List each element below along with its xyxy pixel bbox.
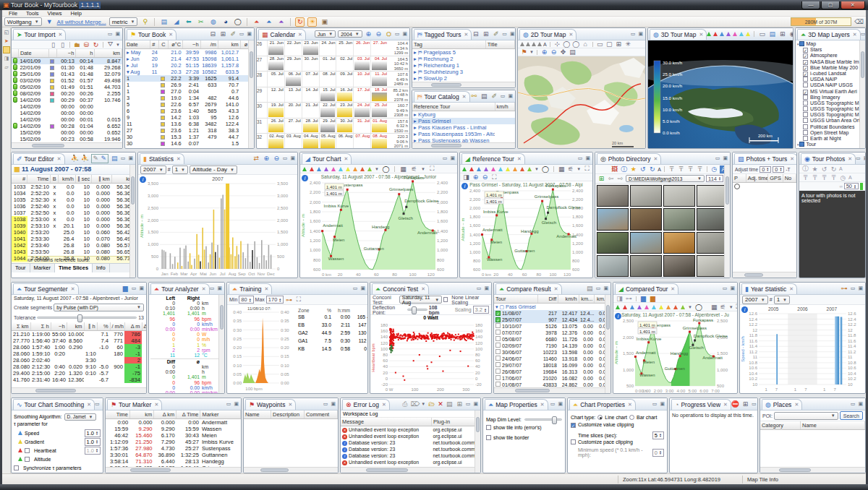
calendar-day[interactable]: 08. Aug <box>370 134 388 148</box>
sun-icon[interactable]: ☀ <box>307 17 317 27</box>
close-icon[interactable]: ✕ <box>298 32 302 38</box>
calendar-day[interactable]: 16. Jul <box>336 87 353 103</box>
mouse-icon[interactable]: ⛛ <box>106 40 114 48</box>
ext-icon[interactable]: 🖽 <box>610 166 618 173</box>
minus-icon[interactable]: ⊖ <box>550 48 558 56</box>
column-header[interactable]: Δ <box>142 322 146 330</box>
graph-type-icon[interactable] <box>513 167 517 171</box>
close-icon[interactable]: ✕ <box>671 286 675 292</box>
table-row[interactable]: 21.2101:19:0055:0010.0007.1770786 <box>12 330 146 338</box>
layer-item[interactable]: Bing Imagery <box>797 95 865 100</box>
minimize-icon[interactable]: ▭ <box>239 31 245 37</box>
table-row[interactable]: ▸ Jun2021.447:53150981,061.1 <box>125 56 254 62</box>
sync-icon[interactable]: ⊶ <box>841 285 848 293</box>
window-icon[interactable]: ▤ <box>480 93 488 100</box>
analyzer-icon[interactable]: ⏶ <box>252 17 261 27</box>
calendar-day[interactable]: 28. Jun <box>267 56 284 72</box>
calendar-day[interactable]: 21. Jun <box>267 40 284 56</box>
flat-icon[interactable]: ▭ <box>758 30 766 38</box>
graph-type-icon[interactable] <box>739 32 744 36</box>
graph-type-icon[interactable] <box>532 42 536 46</box>
tab-errorlog[interactable]: ⊗Error Log✕ <box>342 399 390 411</box>
graph-type-icon[interactable] <box>367 167 372 171</box>
column-header[interactable]: km/h <box>495 103 514 111</box>
column-header[interactable]: /m <box>200 40 218 48</box>
close-icon[interactable]: ✕ <box>344 156 349 162</box>
table-row[interactable]: 1:57:3627.9804.73025:27Sustenpass <box>106 445 241 452</box>
stat-mode-combo[interactable]: Altitude - Day▼ <box>190 166 237 174</box>
close-icon[interactable]: ✕ <box>87 402 91 408</box>
table-row[interactable]: 1113.66:383482122.4 <box>125 121 254 127</box>
table-row[interactable]: 29/07/071801816.0990.000.00 <box>494 362 610 369</box>
layer-item[interactable]: ✓i-cubed Landsat <box>797 71 865 77</box>
calendar-day[interactable]: 19. Jul <box>267 103 284 118</box>
trash-icon[interactable]: ⌫ <box>854 17 864 27</box>
photo-thumbnail[interactable] <box>663 185 695 207</box>
menu-help[interactable]: Help <box>67 10 85 17</box>
graph-type-icon[interactable] <box>673 305 678 309</box>
column-header[interactable]: # <box>12 175 27 183</box>
horizontal-scrollbar[interactable] <box>733 272 796 278</box>
calendar-day[interactable]: 31. Jul <box>353 119 370 134</box>
table-row[interactable]: ✕Unhandled event loop exceptionorg.eclip… <box>341 433 480 439</box>
table-row[interactable]: ▸ Pass Klausen Pass - Linthal <box>412 124 515 131</box>
f4-icon[interactable]: ₸ <box>696 166 704 173</box>
tab-ref[interactable]: ◢Reference Tour✕ <box>461 153 525 165</box>
graph-type-icon[interactable] <box>353 167 357 171</box>
table-row[interactable]: 10412:53:3026.4100.07056.490 <box>12 236 135 242</box>
minimize-icon[interactable]: ▭ <box>395 31 401 37</box>
maximize-icon[interactable]: ▣ <box>115 31 121 37</box>
column-header[interactable]: ~h <box>183 40 200 48</box>
column-header[interactable]: Σ km <box>12 322 30 330</box>
month-combo[interactable]: Jun▼ <box>315 30 336 38</box>
column-header[interactable]: h <box>76 49 95 57</box>
column-header[interactable]: km... <box>579 295 595 303</box>
column-header[interactable] <box>48 49 56 57</box>
layer-item[interactable]: USDA NAIP USGS <box>797 82 865 88</box>
split-tour-icon[interactable]: ✂ <box>196 17 205 27</box>
minimize-icon[interactable]: ▭ <box>226 401 232 407</box>
line-chart-radio[interactable] <box>597 415 603 420</box>
sync-checkbox[interactable] <box>14 465 19 470</box>
table-row[interactable]: 126.92:4163370.7 <box>125 82 254 88</box>
grid-icon[interactable]: ⊞ <box>597 175 605 183</box>
props-icon[interactable]: ▤ <box>446 400 454 408</box>
table-row[interactable]: ▾ ▢ Pass Grimsel <box>494 303 610 310</box>
table-row[interactable]: 02/09/07719014.1390.000.00 <box>494 343 610 349</box>
table-row[interactable]: ▸ ⛿ Schuhheizung 3 <box>412 69 515 75</box>
calendar-day[interactable]: 14. Jul <box>302 87 319 103</box>
calendar-day[interactable]: 01. Aug <box>370 119 388 134</box>
horizontal-scrollbar[interactable] <box>12 387 146 393</box>
fastview-folder-icon[interactable] <box>3 46 10 53</box>
tour-chart-canvas[interactable]: i6006008008001,0001,0001,2001,2001,4001,… <box>300 173 457 278</box>
tab-photodir[interactable]: ◎Photo Directory✕ <box>597 153 661 165</box>
calendar-day[interactable]: 07. Jul <box>302 72 319 87</box>
calendar-day[interactable]: 21. Jul <box>302 103 319 118</box>
calendar-day[interactable]: 24. Jul <box>353 103 370 118</box>
tab-calendar[interactable]: ▦Calendar✕ <box>258 29 306 40</box>
import-icon[interactable]: 🖿 <box>73 40 81 48</box>
minimize-icon[interactable]: ▭ <box>851 401 856 407</box>
layer-item[interactable]: ✓NASA Blue Marble Im <box>797 59 865 65</box>
maximize-icon[interactable]: ▣ <box>603 285 609 291</box>
graph-type-icon[interactable] <box>18 457 22 461</box>
column-header[interactable]: Δ km <box>154 411 176 418</box>
f3-icon[interactable]: ₸ <box>820 173 828 181</box>
horizontal-scrollbar[interactable] <box>106 467 241 473</box>
calendar-day[interactable]: 06. Aug <box>336 134 353 148</box>
graph-type-icon[interactable] <box>733 32 737 36</box>
compare-icon[interactable]: ◨ <box>462 173 470 181</box>
photo-thumbnail[interactable] <box>597 208 629 230</box>
deflection-slider[interactable] <box>407 309 427 311</box>
filter-icon[interactable]: ▼ <box>45 17 54 27</box>
checkbox[interactable] <box>25 457 30 462</box>
menu-file[interactable]: File <box>5 10 21 17</box>
table-row[interactable]: 14/01/0900:1300:148.847 <box>12 57 122 64</box>
values-icon[interactable]: ⚟ <box>410 165 418 173</box>
calendar-day[interactable]: 02. Jul <box>336 56 353 72</box>
minimize-icon[interactable]: ▭ <box>108 31 114 37</box>
table-row[interactable]: 10392:53:10x20.1100.00056.360 <box>12 223 135 229</box>
minimize-icon[interactable]: ▭ <box>723 285 728 291</box>
tab-smoothing[interactable]: ∿Tour Chart Smoothing✕ <box>13 399 95 411</box>
globe-icon[interactable]: ◍ <box>208 17 218 27</box>
